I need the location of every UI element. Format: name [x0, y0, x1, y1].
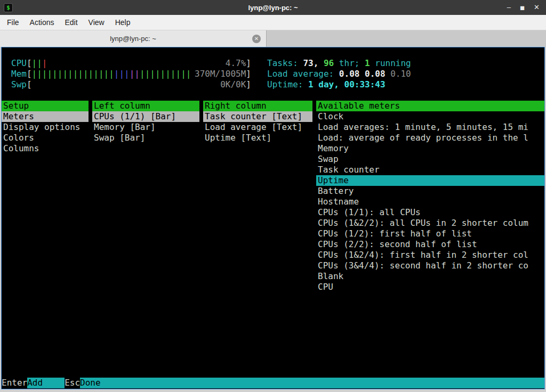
mem-meter-bars: |||||||||||||||||||||||||||||||: [32, 69, 191, 79]
panel-item-available-meters-cpus-1-2-2-all-cpus-in-2-short[interactable]: CPUs (1&2/2): all CPUs in 2 shorter colu…: [316, 218, 544, 228]
tab-close-icon[interactable]: ✕: [252, 35, 261, 43]
tab-close-glyph: ✕: [254, 35, 259, 43]
menu-item-actions[interactable]: Actions: [25, 15, 60, 30]
load-average-line: Load average: 0.08 0.08 0.10: [267, 69, 411, 79]
fnaction-add[interactable]: Add: [27, 378, 65, 388]
tab-active[interactable]: lynp@lyn-pc: ~ ✕: [0, 30, 267, 47]
fnaction-done[interactable]: Done: [80, 378, 544, 388]
panel-title-right-column: Right column: [203, 101, 312, 111]
panel-item-available-meters-task-counter[interactable]: Task counter: [316, 165, 544, 175]
panel-item-available-meters-hostname[interactable]: Hostname: [316, 197, 544, 207]
tasks-line: Tasks: 73, 96 thr; 1 running: [267, 58, 411, 69]
menu-item-view[interactable]: View: [83, 15, 110, 30]
panel-item-available-meters-swap[interactable]: Swap: [316, 154, 544, 165]
mem-meter-label: Mem: [11, 69, 27, 79]
menubar: FileActionsEditViewHelp: [0, 15, 546, 30]
terminal-window: $ lynp@lyn-pc: ~ – ◼ ✕ FileActionsEditVi…: [0, 0, 546, 392]
panel-item-available-meters-clock[interactable]: Clock: [316, 111, 544, 122]
swp-meter-label: Swp: [11, 79, 27, 89]
tab-label: lynp@lyn-pc: ~: [110, 35, 156, 43]
panel-item-available-meters-cpus-2-2-second-half-of-list[interactable]: CPUs (2/2): second half of list: [316, 239, 544, 250]
window-title: lynp@lyn-pc: ~: [0, 4, 546, 12]
panel-item-available-meters-battery[interactable]: Battery: [316, 186, 544, 197]
panel-title-available-meters: Available meters: [316, 101, 544, 111]
panel-item-right-column-load-average-text[interactable]: Load average [Text]: [203, 122, 312, 133]
terminal-screen[interactable]: CPU[|||4.7%]Mem[||||||||||||||||||||||||…: [1, 47, 545, 389]
panel-item-available-meters-cpus-1-1-all-cpus[interactable]: CPUs (1/1): all CPUs: [316, 207, 544, 218]
maximize-icon[interactable]: ◼: [520, 0, 525, 15]
fnkey-enter[interactable]: Enter: [2, 378, 27, 388]
close-icon[interactable]: ✕: [534, 0, 540, 15]
fnkey-esc[interactable]: Esc: [65, 378, 80, 388]
panel-item-left-column-swap-bar[interactable]: Swap [Bar]: [92, 133, 199, 143]
panel-item-available-meters-cpus-3-4-4-second-half-in-2-sh[interactable]: CPUs (3&4/4): second half in 2 shorter c…: [316, 260, 544, 271]
function-bar: EnterAddEscDone: [2, 378, 544, 388]
panel-item-left-column-memory-bar[interactable]: Memory [Bar]: [92, 122, 199, 133]
panel-item-setup-display-options[interactable]: Display options: [2, 122, 89, 133]
panel-item-available-meters-load-averages-1-minute-5-minut[interactable]: Load averages: 1 minute, 5 minutes, 15 m…: [316, 122, 544, 133]
panel-item-available-meters-cpus-1-2-4-first-half-in-2-sho[interactable]: CPUs (1&2/4): first half in 2 shorter co…: [316, 250, 544, 260]
panel-item-available-meters-cpus-1-2-first-half-of-list[interactable]: CPUs (1/2): first half of list: [316, 228, 544, 239]
panel-item-available-meters-uptime[interactable]: Uptime: [316, 175, 544, 186]
menu-item-file[interactable]: File: [2, 15, 25, 30]
panel-title-setup: Setup: [2, 101, 89, 111]
window-controls: – ◼ ✕: [507, 0, 540, 15]
panel-item-available-meters-memory[interactable]: Memory: [316, 143, 544, 154]
cpu-meter-value: 4.7%]: [226, 58, 251, 69]
panel-item-right-column-uptime-text[interactable]: Uptime [Text]: [203, 133, 312, 143]
cpu-meter-bars: |||: [32, 58, 47, 68]
cpu-meter: CPU[|||4.7%]: [11, 58, 251, 69]
panel-item-left-column-cpus-1-1-bar[interactable]: CPUs (1/1) [Bar]: [92, 111, 199, 122]
swp-meter: Swp[0K/0K]: [11, 79, 251, 90]
panel-item-right-column-task-counter-text[interactable]: Task counter [Text]: [203, 111, 312, 122]
panel-item-available-meters-cpu[interactable]: CPU: [316, 282, 544, 292]
menu-item-help[interactable]: Help: [110, 15, 136, 30]
mem-meter-value: 370M/1005M]: [195, 69, 251, 79]
menu-item-edit[interactable]: Edit: [59, 15, 83, 30]
panel-title-left-column: Left column: [92, 101, 199, 111]
uptime-line: Uptime: 1 day, 00:33:43: [267, 79, 386, 90]
panel-item-setup-colors[interactable]: Colors: [2, 133, 89, 143]
panel-item-setup-meters[interactable]: Meters: [2, 111, 89, 122]
titlebar: $ lynp@lyn-pc: ~ – ◼ ✕: [0, 0, 546, 15]
minimize-icon[interactable]: –: [507, 0, 511, 15]
mem-meter: Mem[|||||||||||||||||||||||||||||||370M/…: [11, 69, 251, 79]
panel-item-setup-columns[interactable]: Columns: [2, 143, 89, 154]
cpu-meter-label: CPU: [11, 58, 27, 68]
swp-meter-value: 0K/0K]: [220, 79, 251, 90]
panel-item-available-meters-blank[interactable]: Blank: [316, 271, 544, 282]
panel-item-available-meters-load-average-of-ready-processe[interactable]: Load: average of ready processes in the …: [316, 133, 544, 143]
tab-bar: lynp@lyn-pc: ~ ✕: [0, 30, 546, 47]
